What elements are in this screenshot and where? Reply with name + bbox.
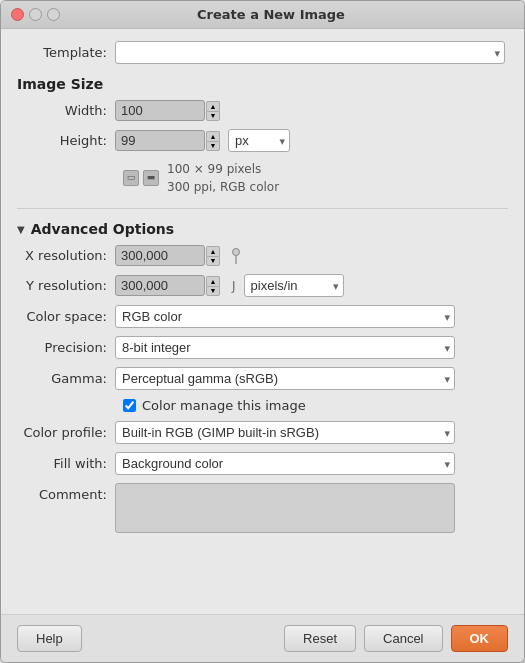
gamma-row: Gamma: Perceptual gamma (sRGB) Linear li…: [17, 367, 508, 390]
minimize-button[interactable]: [29, 8, 42, 21]
landscape-icon: ▬: [143, 170, 159, 186]
x-res-label: X resolution:: [17, 248, 107, 263]
width-spinner-arrows: ▲ ▼: [206, 101, 220, 121]
color-space-select[interactable]: RGB color Grayscale: [115, 305, 455, 328]
color-space-label: Color space:: [17, 309, 107, 324]
y-res-spinner: ▲ ▼: [115, 275, 220, 296]
cancel-button[interactable]: Cancel: [364, 625, 442, 652]
height-input[interactable]: [115, 130, 205, 151]
x-res-input[interactable]: [115, 245, 205, 266]
portrait-icon: ▭: [123, 170, 139, 186]
height-spinner-arrows: ▲ ▼: [206, 131, 220, 151]
res-unit-select[interactable]: pixels/in pixels/mm: [244, 274, 344, 297]
y-res-down-button[interactable]: ▼: [206, 286, 220, 296]
chain-line: [235, 256, 237, 264]
width-spinner: ▲ ▼: [115, 100, 220, 121]
window-controls: [11, 8, 60, 21]
footer-right-buttons: Reset Cancel OK: [284, 625, 508, 652]
height-spinner: ▲ ▼: [115, 130, 220, 151]
color-space-row: Color space: RGB color Grayscale: [17, 305, 508, 328]
help-button[interactable]: Help: [17, 625, 82, 652]
x-resolution-row: X resolution: ▲ ▼: [17, 245, 508, 266]
x-res-arrows: ▲ ▼: [206, 246, 220, 266]
dialog-window: Create a New Image Template: Image Size …: [0, 0, 525, 663]
color-profile-select-wrapper: Built-in RGB (GIMP built-in sRGB): [115, 421, 455, 444]
width-up-button[interactable]: ▲: [206, 101, 220, 111]
chain-j-icon: J: [232, 279, 236, 293]
color-profile-label: Color profile:: [17, 425, 107, 440]
y-res-up-button[interactable]: ▲: [206, 276, 220, 286]
fill-with-row: Fill with: Background color Foreground c…: [17, 452, 508, 475]
color-space-select-wrapper: RGB color Grayscale: [115, 305, 455, 328]
reset-button[interactable]: Reset: [284, 625, 356, 652]
x-res-spinner: ▲ ▼: [115, 245, 220, 266]
res-unit-wrapper: pixels/in pixels/mm: [244, 274, 344, 297]
gamma-select[interactable]: Perceptual gamma (sRGB) Linear light: [115, 367, 455, 390]
comment-label: Comment:: [17, 487, 107, 502]
width-down-button[interactable]: ▼: [206, 111, 220, 121]
template-label: Template:: [17, 45, 107, 60]
template-select[interactable]: [115, 41, 505, 64]
color-profile-select[interactable]: Built-in RGB (GIMP built-in sRGB): [115, 421, 455, 444]
image-res-info: 300 ppi, RGB color: [167, 178, 279, 196]
unit-select-wrapper: px in mm cm: [228, 129, 290, 152]
color-manage-row: Color manage this image: [123, 398, 508, 413]
comment-textarea[interactable]: [115, 483, 455, 533]
fill-with-label: Fill with:: [17, 456, 107, 471]
width-input[interactable]: [115, 100, 205, 121]
image-size-header: Image Size: [17, 76, 508, 92]
y-res-label: Y resolution:: [17, 278, 107, 293]
color-manage-checkbox[interactable]: [123, 399, 136, 412]
image-info-row: ▭ ▬ 100 × 99 pixels 300 ppi, RGB color: [123, 160, 508, 196]
advanced-header[interactable]: ▼ Advanced Options: [17, 221, 508, 237]
height-row: Height: ▲ ▼ px in mm cm: [17, 129, 508, 152]
precision-select-wrapper: 8-bit integer 16-bit integer 32-bit floa…: [115, 336, 455, 359]
height-down-button[interactable]: ▼: [206, 141, 220, 151]
fill-with-select[interactable]: Background color Foreground color White …: [115, 452, 455, 475]
gamma-label: Gamma:: [17, 371, 107, 386]
chain-connector: [232, 248, 240, 264]
title-bar: Create a New Image: [1, 1, 524, 29]
precision-label: Precision:: [17, 340, 107, 355]
x-res-up-button[interactable]: ▲: [206, 246, 220, 256]
x-res-down-button[interactable]: ▼: [206, 256, 220, 266]
height-label: Height:: [17, 133, 107, 148]
image-info-text: 100 × 99 pixels 300 ppi, RGB color: [167, 160, 279, 196]
collapse-triangle: ▼: [17, 224, 25, 235]
fill-with-select-wrapper: Background color Foreground color White …: [115, 452, 455, 475]
dialog-footer: Help Reset Cancel OK: [1, 614, 524, 662]
width-row: Width: ▲ ▼: [17, 100, 508, 121]
color-manage-label: Color manage this image: [142, 398, 306, 413]
dialog-title: Create a New Image: [68, 7, 474, 22]
precision-row: Precision: 8-bit integer 16-bit integer …: [17, 336, 508, 359]
image-pixels-info: 100 × 99 pixels: [167, 160, 279, 178]
template-row: Template:: [17, 41, 508, 64]
ok-button[interactable]: OK: [451, 625, 509, 652]
maximize-button[interactable]: [47, 8, 60, 21]
color-profile-row: Color profile: Built-in RGB (GIMP built-…: [17, 421, 508, 444]
precision-select[interactable]: 8-bit integer 16-bit integer 32-bit floa…: [115, 336, 455, 359]
comment-row: Comment:: [17, 483, 508, 533]
advanced-label: Advanced Options: [31, 221, 174, 237]
y-resolution-row: Y resolution: ▲ ▼ J pixels/in pixels/mm: [17, 274, 508, 297]
dialog-body: Template: Image Size Width: ▲ ▼ Height:: [1, 29, 524, 614]
template-select-wrapper: [115, 41, 505, 64]
close-button[interactable]: [11, 8, 24, 21]
chain-icons: ▭ ▬: [123, 170, 159, 186]
unit-select[interactable]: px in mm cm: [228, 129, 290, 152]
width-label: Width:: [17, 103, 107, 118]
chain-node-top: [232, 248, 240, 256]
y-res-input[interactable]: [115, 275, 205, 296]
height-up-button[interactable]: ▲: [206, 131, 220, 141]
divider1: [17, 208, 508, 209]
gamma-select-wrapper: Perceptual gamma (sRGB) Linear light: [115, 367, 455, 390]
y-res-arrows: ▲ ▼: [206, 276, 220, 296]
